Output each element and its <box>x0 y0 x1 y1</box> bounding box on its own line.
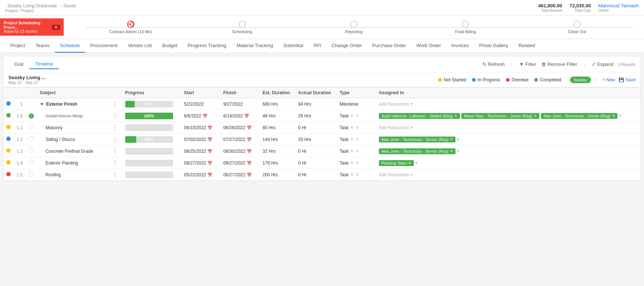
phase-bar-close-button[interactable]: ✕ <box>52 25 60 30</box>
type-clear-btn[interactable]: ✕ <box>350 149 353 153</box>
assigned-dropdown-1.1[interactable]: ▾ <box>411 125 413 130</box>
assigned-dropdown-1[interactable]: ▾ <box>411 102 413 106</box>
check-empty-icon[interactable] <box>29 148 34 153</box>
phase-step-final-billing[interactable]: Final Billing <box>410 21 521 34</box>
row-dots-menu-1.6[interactable]: ⋮ <box>108 110 122 122</box>
expand-button[interactable]: ⤢ Expand <box>592 61 613 67</box>
row-dots-menu-1.4[interactable]: ⋮ <box>108 157 122 169</box>
seasky-button[interactable]: Seasky <box>570 77 591 83</box>
nav-tab-progress-tracking[interactable]: Progress Tracking <box>183 39 232 53</box>
view-tab-grid[interactable]: Grid <box>8 59 29 69</box>
nav-tab-vendor-list[interactable]: Vendor List <box>123 39 157 53</box>
schedule-table-container[interactable]: Subject Progress Start Finish Est. Durat… <box>3 87 641 181</box>
finish-calendar-icon[interactable]: 📅 <box>244 114 249 118</box>
add-resources-placeholder-1[interactable]: Add Resources <box>379 102 409 107</box>
start-calendar-icon[interactable]: 📅 <box>207 161 212 165</box>
assigned-dropdown-1.2[interactable]: ▾ <box>457 137 459 142</box>
user-name[interactable]: Mahmoud Tannash <box>598 3 639 8</box>
dots-menu-icon[interactable]: ⋮ <box>110 172 119 178</box>
nav-tab-invoices[interactable]: Invoices <box>446 39 474 53</box>
resource-remove-1.3-0[interactable]: ✕ <box>450 149 453 153</box>
row-assigned-1.5[interactable]: Add Resources▾ <box>376 169 641 181</box>
collapse-icon[interactable]: ▼ <box>40 102 44 107</box>
type-clear-btn[interactable]: ✕ <box>350 125 353 130</box>
assigned-dropdown-1.6[interactable]: ▾ <box>619 113 621 118</box>
row-check-1.1[interactable] <box>26 122 37 134</box>
finish-calendar-icon[interactable]: 📅 <box>247 161 252 165</box>
row-assigned-1[interactable]: Add Resources▾ <box>376 98 641 110</box>
user-block[interactable]: Mahmoud Tannash Owner <box>598 3 639 13</box>
new-button[interactable]: + New <box>602 77 615 82</box>
start-calendar-icon[interactable]: 📅 <box>203 114 208 118</box>
type-expand-icon[interactable]: ⇕ <box>356 137 359 142</box>
row-check-1.3[interactable] <box>26 145 37 157</box>
phase-step-contract-admin[interactable]: Contract Admin (13 Mo) <box>75 21 186 34</box>
assigned-dropdown-1.4[interactable]: ▾ <box>415 160 418 165</box>
resource-remove-1.6-2[interactable]: ✕ <box>612 114 615 118</box>
phase-step-reporting[interactable]: Reporting <box>298 21 409 34</box>
row-check-1.4[interactable] <box>26 157 37 169</box>
check-empty-icon[interactable] <box>29 160 34 165</box>
type-expand-icon[interactable]: ⇕ <box>356 113 359 118</box>
refresh-button[interactable]: ↻ Refresh <box>482 61 505 67</box>
type-clear-btn[interactable]: ✕ <box>350 172 353 177</box>
dots-menu-icon[interactable]: ⋮ <box>110 101 119 107</box>
finish-calendar-icon[interactable]: 📅 <box>247 126 252 130</box>
resource-remove-1.6-1[interactable]: ✕ <box>534 114 537 118</box>
remove-filter-button[interactable]: 🗑 Remove Filter <box>541 61 577 67</box>
assigned-dropdown-1.3[interactable]: ▾ <box>457 149 459 153</box>
nav-tab-photo-gallery[interactable]: Photo Gallery <box>474 39 513 53</box>
start-calendar-icon[interactable]: 📅 <box>207 149 212 153</box>
row-assigned-1.2[interactable]: Alex John - Technician - Senior (Reg) ✕ … <box>376 134 641 145</box>
row-check-1.6[interactable]: ✓ <box>26 110 37 122</box>
nav-tab-budget[interactable]: Budget <box>157 39 182 53</box>
row-check-1.2[interactable] <box>26 134 37 145</box>
type-clear-btn[interactable]: ✕ <box>350 113 353 118</box>
row-assigned-1.3[interactable]: Alex John - Technician - Senior (Reg) ✕ … <box>376 145 641 157</box>
assigned-dropdown-1.5[interactable]: ▾ <box>411 172 413 177</box>
check-empty-icon[interactable] <box>29 124 34 130</box>
phase-bar[interactable]: Project Scheduling Proce... Active for 1… <box>0 18 64 36</box>
phase-step-close-out[interactable]: Close Out <box>521 21 633 34</box>
add-resources-placeholder-1.1[interactable]: Add Resources <box>379 125 409 130</box>
type-expand-icon[interactable]: ⇕ <box>356 172 359 177</box>
phase-step-scheduling[interactable]: Scheduling <box>186 21 298 34</box>
row-check-1.5[interactable] <box>26 169 37 181</box>
nav-tab-schedule[interactable]: Schedule <box>55 39 85 53</box>
row-dots-menu-1.1[interactable]: ⋮ <box>108 122 122 134</box>
finish-calendar-icon[interactable]: 📅 <box>247 173 252 177</box>
nav-tab-rfi[interactable]: RFI <box>309 39 327 53</box>
row-assigned-1.6[interactable]: Judd Halenza - Labourer - Skilled (Reg) … <box>376 110 641 122</box>
finish-calendar-icon[interactable]: 📅 <box>247 137 252 142</box>
row-dots-menu-1.2[interactable]: ⋮ <box>108 134 122 145</box>
resource-remove-1.2-0[interactable]: ✕ <box>450 137 453 141</box>
row-dots-menu-1[interactable]: ⋮ <box>108 98 122 110</box>
nav-tab-teams[interactable]: Teams <box>30 39 54 53</box>
nav-tab-submittal[interactable]: Submittal <box>278 39 308 53</box>
type-expand-icon[interactable]: ⇕ <box>356 149 359 153</box>
type-expand-icon[interactable]: ⇕ <box>356 160 359 165</box>
save-button[interactable]: 💾 Save <box>619 77 636 82</box>
row-dots-menu-1.3[interactable]: ⋮ <box>108 145 122 157</box>
dots-menu-icon[interactable]: ⋮ <box>110 136 119 142</box>
check-empty-icon[interactable] <box>29 172 34 177</box>
type-expand-icon[interactable]: ⇕ <box>356 125 359 130</box>
resource-remove-1.4-0[interactable]: ✕ <box>408 161 411 165</box>
check-empty-icon[interactable] <box>29 136 34 141</box>
dots-menu-icon[interactable]: ⋮ <box>110 113 119 119</box>
type-clear-btn[interactable]: ✕ <box>350 137 353 142</box>
nav-tab-procurement[interactable]: Procurement <box>85 39 123 53</box>
start-calendar-icon[interactable]: 📅 <box>207 173 212 177</box>
row-assigned-1.4[interactable]: Painting Team ✕ ▾ <box>376 157 641 169</box>
start-calendar-icon[interactable]: 📅 <box>207 137 212 142</box>
dots-menu-icon[interactable]: ⋮ <box>110 148 119 154</box>
nav-tab-purchase-order[interactable]: Purchase Order <box>367 39 411 53</box>
add-resources-placeholder-1.5[interactable]: Add Resources <box>379 172 409 177</box>
nav-tab-project[interactable]: Project <box>5 39 30 53</box>
nav-tab-related[interactable]: Related <box>513 39 540 53</box>
filter-button[interactable]: ▼ Filter <box>519 61 536 67</box>
nav-tab-material-tracking[interactable]: Material Tracking <box>231 39 278 53</box>
dots-menu-icon[interactable]: ⋮ <box>110 160 119 166</box>
finish-calendar-icon[interactable]: 📅 <box>247 149 252 153</box>
resource-remove-1.6-0[interactable]: ✕ <box>454 114 457 118</box>
